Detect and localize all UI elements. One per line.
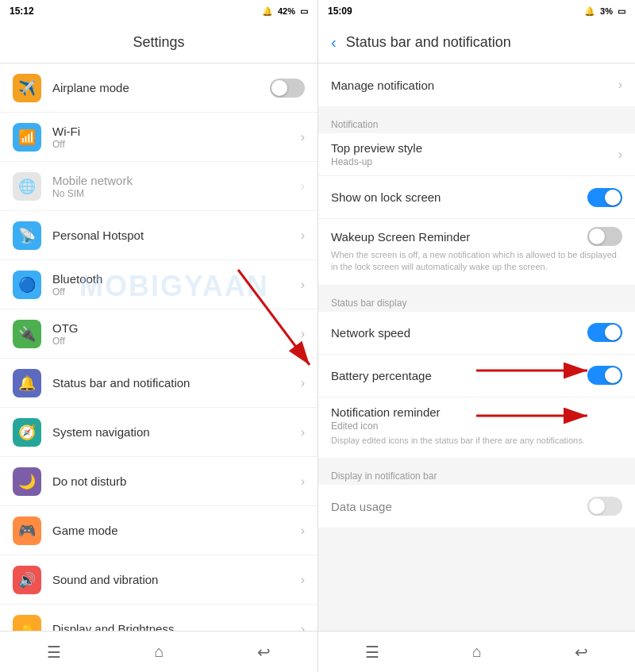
sysnavigation-arrow: ›	[301, 425, 305, 440]
wifi-icon: 📶	[13, 123, 41, 152]
notif-reminder-sublabel: Edited icon	[331, 420, 378, 432]
settings-item-otg[interactable]: 🔌 OTG Off ›	[0, 309, 318, 359]
right-notif-icon: 🔔	[584, 6, 595, 17]
sound-arrow: ›	[301, 573, 305, 587]
settings-item-statusbar[interactable]: 🔔 Status bar and notification ›	[0, 359, 318, 408]
settings-item-wifi[interactable]: 📶 Wi-Fi Off ›	[0, 113, 318, 162]
right-status-bar: 15:09 🔔 3% ▭	[318, 0, 635, 22]
notification-section: Notification Top preview style Heads-up …	[318, 113, 635, 285]
bluetooth-arrow: ›	[301, 278, 305, 292]
bluetooth-sublabel: Off	[52, 286, 301, 298]
bluetooth-label: Bluetooth	[52, 272, 301, 286]
left-battery-pct: 42%	[278, 6, 295, 16]
airplane-label: Airplane mode	[52, 81, 270, 94]
otg-sublabel: Off	[52, 336, 301, 347]
notif-reminder-label: Notification reminder	[331, 405, 441, 419]
notification-section-label: Notification	[318, 113, 635, 133]
mobile-network-sublabel: No SIM	[52, 188, 301, 199]
mobile-network-label: Mobile network	[52, 174, 301, 187]
donotdisturb-arrow: ›	[301, 474, 305, 489]
display-notification-bar-label: Display in notification bar	[318, 464, 635, 485]
otg-label: OTG	[52, 321, 301, 335]
airplane-icon: ✈️	[13, 74, 41, 102]
statusbar-icon: 🔔	[13, 369, 41, 397]
wakeup-label: Wakeup Screen Reminder	[331, 230, 587, 244]
right-time: 15:09	[328, 6, 352, 17]
settings-item-sysnavigation[interactable]: 🧭 System navigation ›	[0, 408, 318, 457]
notif-reminder-item[interactable]: Notification reminder Edited icon Displa…	[318, 397, 635, 458]
gamemode-label: Game mode	[52, 524, 301, 537]
gamemode-icon: 🎮	[13, 516, 41, 545]
right-battery-icon: ▭	[618, 6, 625, 17]
left-nav-menu[interactable]: ☰	[47, 643, 61, 662]
settings-item-donotdisturb[interactable]: 🌙 Do not disturb ›	[0, 457, 318, 506]
settings-item-hotspot[interactable]: 📡 Personal Hotspot ›	[0, 211, 318, 260]
bluetooth-icon: 🔵	[13, 271, 41, 299]
left-panel: 15:12 🔔 42% ▭ Settings ✈️ Airplane mode	[0, 0, 318, 672]
right-nav-back[interactable]: ↩	[575, 643, 588, 662]
left-nav-home[interactable]: ⌂	[154, 643, 164, 661]
lock-screen-item[interactable]: Show on lock screen	[318, 176, 635, 219]
battery-percentage-item[interactable]: Battery percentage	[318, 355, 635, 397]
data-usage-item[interactable]: Data usage	[318, 485, 635, 528]
donotdisturb-label: Do not disturb	[52, 474, 301, 488]
battery-percentage-toggle[interactable]	[587, 366, 622, 385]
settings-item-bluetooth[interactable]: 🔵 Bluetooth Off ›	[0, 260, 318, 309]
hotspot-icon: 📡	[13, 221, 41, 250]
display-arrow: ›	[301, 622, 305, 632]
network-speed-toggle[interactable]	[587, 323, 622, 342]
data-usage-toggle[interactable]	[587, 497, 622, 516]
settings-item-mobile-network[interactable]: 🌐 Mobile network No SIM ›	[0, 162, 318, 211]
manage-notification-item[interactable]: Manage notification ›	[318, 63, 635, 106]
settings-item-airplane[interactable]: ✈️ Airplane mode	[0, 63, 318, 113]
top-preview-label: Top preview style	[331, 141, 618, 155]
left-status-bar: 15:12 🔔 42% ▭	[0, 0, 318, 22]
right-nav-home[interactable]: ⌂	[472, 643, 482, 661]
right-title: Status bar and notification	[346, 34, 511, 51]
top-preview-item[interactable]: Top preview style Heads-up ›	[318, 133, 635, 176]
wakeup-toggle[interactable]	[587, 227, 622, 246]
display-icon: ☀️	[13, 615, 41, 632]
display-notification-bar-section: Display in notification bar Data usage	[318, 464, 635, 528]
airplane-toggle[interactable]	[270, 79, 305, 98]
notif-reminder-desc: Display edited icons in the status bar i…	[331, 432, 585, 450]
wakeup-item[interactable]: Wakeup Screen Reminder When the screen i…	[318, 219, 635, 285]
right-bottom-nav: ☰ ⌂ ↩	[318, 631, 635, 672]
right-content: Manage notification › Notification Top p…	[318, 63, 635, 631]
left-title: Settings	[133, 34, 184, 51]
right-nav-menu[interactable]: ☰	[365, 643, 379, 662]
statusbar-display-section: Status bar display Network speed Battery…	[318, 291, 635, 458]
sysnavigation-icon: 🧭	[13, 418, 41, 447]
sound-label: Sound and vibration	[52, 573, 301, 586]
network-speed-label: Network speed	[331, 326, 587, 340]
hotspot-label: Personal Hotspot	[52, 228, 301, 242]
settings-item-gamemode[interactable]: 🎮 Game mode ›	[0, 506, 318, 555]
otg-arrow: ›	[301, 327, 305, 341]
statusbar-display-label: Status bar display	[318, 291, 635, 312]
right-header: ‹ Status bar and notification	[318, 22, 635, 63]
network-speed-item[interactable]: Network speed	[318, 312, 635, 355]
mobile-network-arrow: ›	[301, 179, 305, 194]
top-preview-sublabel: Heads-up	[331, 156, 618, 167]
sound-icon: 🔊	[13, 566, 41, 594]
left-time: 15:12	[10, 6, 34, 17]
lock-screen-toggle[interactable]	[587, 188, 622, 207]
wifi-label: Wi-Fi	[52, 125, 301, 138]
manage-notification-section: Manage notification ›	[318, 63, 635, 106]
back-button[interactable]: ‹	[331, 33, 337, 52]
donotdisturb-icon: 🌙	[13, 467, 41, 496]
battery-percentage-label: Battery percentage	[331, 369, 587, 382]
statusbar-arrow: ›	[301, 376, 305, 390]
right-panel: 15:09 🔔 3% ▭ ‹ Status bar and notificati…	[318, 0, 635, 672]
data-usage-label: Data usage	[331, 500, 587, 513]
top-preview-arrow: ›	[618, 148, 622, 162]
settings-item-sound[interactable]: 🔊 Sound and vibration ›	[0, 555, 318, 605]
left-nav-back[interactable]: ↩	[257, 643, 271, 662]
lock-screen-label: Show on lock screen	[331, 190, 587, 204]
hotspot-arrow: ›	[301, 228, 305, 243]
settings-item-display[interactable]: ☀️ Display and Brightness ›	[0, 605, 318, 631]
left-bottom-nav: ☰ ⌂ ↩	[0, 631, 318, 672]
left-battery-icon: ▭	[300, 6, 308, 17]
wifi-arrow: ›	[301, 130, 305, 144]
wifi-sublabel: Off	[52, 139, 301, 150]
